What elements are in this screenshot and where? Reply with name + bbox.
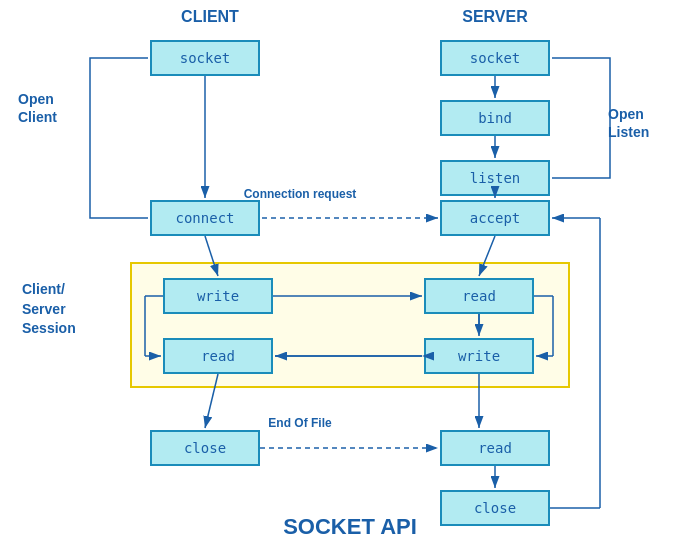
server-bind-box: bind [440,100,550,136]
server-accept-box: accept [440,200,550,236]
session-label: Client/ Server Session [22,280,90,339]
server-read2-box: read [440,430,550,466]
client-write-box: write [163,278,273,314]
open-client-label: Open Client [18,90,83,126]
end-of-file-label: End Of File [235,416,365,430]
client-connect-box: connect [150,200,260,236]
server-write-box: write [424,338,534,374]
server-listen-box: listen [440,160,550,196]
client-socket-box: socket [150,40,260,76]
server-socket-box: socket [440,40,550,76]
client-read-box: read [163,338,273,374]
diagram-container: CLIENT SERVER Open Client Open Listen Cl… [0,0,700,550]
page-title: SOCKET API [0,514,700,540]
client-close-box: close [150,430,260,466]
connection-request-label: Connection request [235,187,365,201]
server-header: SERVER [440,8,550,26]
server-read-box: read [424,278,534,314]
open-listen-label: Open Listen [608,105,688,141]
client-header: CLIENT [155,8,265,26]
